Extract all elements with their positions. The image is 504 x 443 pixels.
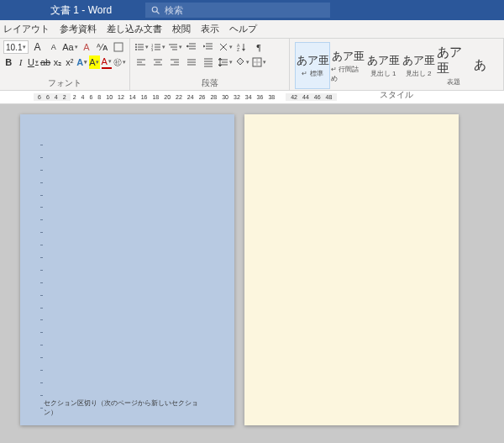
align-left-button[interactable]: [134, 55, 149, 69]
tab-references[interactable]: 参考資料: [60, 23, 97, 35]
asian-layout-button[interactable]: [218, 40, 233, 54]
increase-indent-button[interactable]: [201, 40, 216, 54]
page-2[interactable]: [244, 114, 459, 425]
enclose-char-button[interactable]: ㊓: [113, 55, 126, 69]
char-border-button[interactable]: [112, 40, 126, 54]
vertical-guides: [40, 145, 41, 409]
ruler-left-margin: 6642: [34, 93, 71, 101]
phonetic-guide-button[interactable]: ᴬ⁄ᴀ: [96, 40, 110, 54]
superscript-button[interactable]: x²: [65, 55, 75, 69]
title-bar: 文書 1 - Word: [0, 0, 504, 20]
change-case-button[interactable]: Aa: [62, 40, 77, 54]
ribbon: 10.1 A A Aa A ᴬ⁄ᴀ B I U ab x₂ x²: [0, 39, 504, 91]
svg-point-0: [152, 7, 157, 12]
tab-layout[interactable]: レイアウト: [3, 23, 50, 35]
tab-mailings[interactable]: 差し込み文書: [107, 23, 162, 35]
document-canvas[interactable]: セクション区切り（次のページから新しいセクション）: [0, 104, 504, 443]
underline-button[interactable]: U: [28, 55, 39, 69]
svg-line-1: [157, 12, 160, 14]
highlight-button[interactable]: A: [89, 55, 99, 69]
text-effects-button[interactable]: A: [76, 55, 87, 69]
tab-view[interactable]: 表示: [201, 23, 219, 35]
ruler-right: 42444648: [286, 93, 337, 101]
svg-text:Z: Z: [237, 47, 239, 52]
shading-button[interactable]: [234, 55, 249, 69]
font-size-combo[interactable]: 10.1: [3, 40, 29, 54]
font-group-label: フォント: [3, 77, 126, 90]
svg-point-3: [135, 44, 137, 45]
show-marks-button[interactable]: ¶: [251, 40, 266, 54]
italic-button[interactable]: I: [15, 55, 25, 69]
decrease-indent-button[interactable]: [184, 40, 199, 54]
svg-point-5: [135, 46, 137, 48]
style-more[interactable]: あ: [471, 42, 488, 89]
paragraph-group-label: 段落: [134, 77, 286, 90]
svg-marker-29: [242, 49, 245, 51]
strike-button[interactable]: ab: [40, 55, 50, 69]
align-distribute-button[interactable]: [201, 55, 216, 69]
section-break-label: セクション区切り（次のページから新しいセクション）: [44, 398, 211, 417]
search-icon: [150, 5, 160, 15]
align-right-button[interactable]: [167, 55, 182, 69]
shrink-font-button[interactable]: A: [46, 40, 60, 54]
styles-group: あア亜 ↵ 標準 あア亜 ↵ 行間詰め あア亜 見出し 1 あア亜 見出し 2 …: [290, 39, 504, 90]
bullets-button[interactable]: [134, 40, 149, 54]
tab-help[interactable]: ヘルプ: [229, 23, 257, 35]
style-gallery[interactable]: あア亜 ↵ 標準 あア亜 ↵ 行間詰め あア亜 見出し 1 あア亜 見出し 2 …: [293, 40, 500, 89]
sort-button[interactable]: AZ: [234, 40, 249, 54]
ruler-body: 2468101214161820222426283032343638: [71, 94, 278, 100]
font-color-button[interactable]: A: [102, 55, 112, 69]
subscript-button[interactable]: x₂: [52, 55, 62, 69]
svg-text:3: 3: [151, 48, 154, 52]
search-input[interactable]: [165, 5, 325, 15]
style-heading2[interactable]: あア亜 見出し 2: [401, 42, 436, 89]
svg-rect-2: [114, 43, 123, 51]
paragraph-group: 123 AZ: [130, 39, 290, 90]
svg-marker-51: [218, 65, 222, 66]
grow-font-button[interactable]: A: [30, 40, 45, 54]
svg-marker-50: [218, 58, 222, 60]
borders-button[interactable]: [251, 55, 266, 69]
numbering-button[interactable]: 123: [150, 40, 165, 54]
bold-button[interactable]: B: [3, 55, 13, 69]
multilevel-button[interactable]: [167, 40, 182, 54]
ribbon-tabs: レイアウト 参考資料 差し込み文書 校閲 表示 ヘルプ: [0, 20, 504, 39]
clear-format-button[interactable]: A: [79, 40, 93, 54]
style-no-spacing[interactable]: あア亜 ↵ 行間詰め: [330, 42, 365, 89]
align-center-button[interactable]: [150, 55, 165, 69]
svg-marker-21: [186, 45, 188, 47]
search-box[interactable]: [145, 3, 330, 18]
style-title[interactable]: あア亜 表題: [436, 42, 471, 89]
page-1[interactable]: セクション区切り（次のページから新しいセクション）: [20, 114, 234, 425]
section-break-marker: セクション区切り（次のページから新しいセクション）: [37, 398, 218, 417]
align-justify-button[interactable]: [184, 55, 199, 69]
svg-marker-25: [203, 45, 205, 47]
style-normal[interactable]: あア亜 ↵ 標準: [295, 42, 330, 89]
svg-point-7: [135, 49, 137, 50]
tab-review[interactable]: 校閲: [172, 23, 191, 35]
line-spacing-button[interactable]: [218, 55, 233, 69]
window-title: 文書 1 - Word: [50, 3, 112, 18]
font-group: 10.1 A A Aa A ᴬ⁄ᴀ B I U ab x₂ x²: [0, 39, 130, 90]
style-heading1[interactable]: あア亜 見出し 1: [365, 42, 401, 89]
